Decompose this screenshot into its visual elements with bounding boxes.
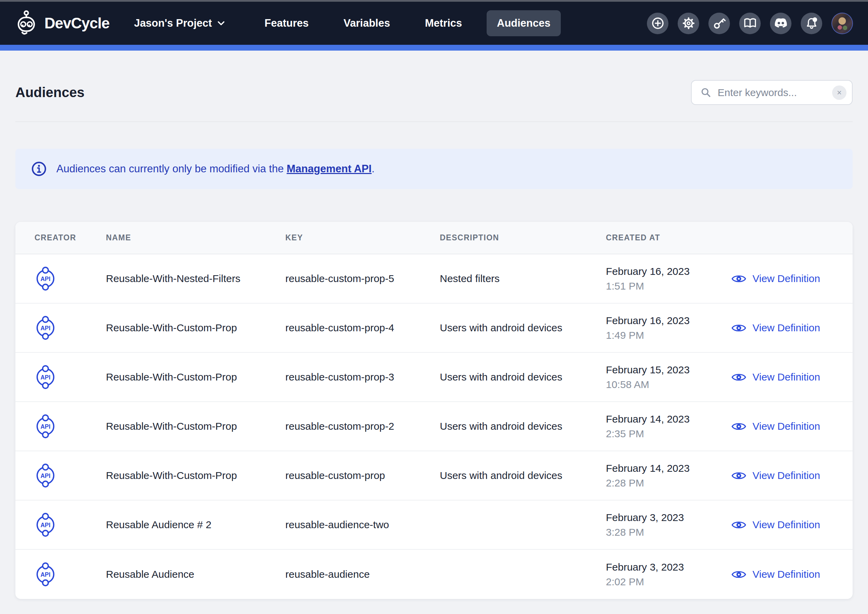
created-at-cell: February 14, 2023 2:35 PM [606, 413, 731, 440]
view-definition-link[interactable]: View Definition [731, 421, 852, 432]
audience-description: Users with android devices [440, 371, 606, 383]
creator-cell: API [16, 511, 106, 538]
audience-key: reusable-custom-prop-5 [285, 273, 440, 284]
svg-text:API: API [40, 325, 50, 332]
created-time: 2:28 PM [606, 477, 731, 489]
eye-icon [731, 322, 746, 334]
created-at-cell: February 3, 2023 2:02 PM [606, 561, 731, 588]
audience-name: Reusable-With-Custom-Prop [106, 470, 285, 481]
eye-icon [731, 519, 746, 531]
table-row: API Reusable-With-Custom-Prop reusable-c… [16, 402, 852, 451]
column-header-creator: Creator [16, 233, 106, 242]
table-row: API Reusable-With-Custom-Prop reusable-c… [16, 451, 852, 501]
gear-icon [682, 16, 696, 30]
view-definition-label: View Definition [752, 322, 820, 334]
close-icon: × [837, 88, 842, 98]
eye-icon [731, 273, 746, 284]
audience-key: reusable-custom-prop-2 [285, 421, 440, 432]
audience-key: reusable-audience [285, 569, 440, 580]
created-date: February 16, 2023 [606, 315, 731, 326]
created-time: 1:49 PM [606, 330, 731, 341]
navbar-actions [647, 12, 853, 34]
view-definition-label: View Definition [752, 519, 820, 531]
created-at-cell: February 16, 2023 1:51 PM [606, 266, 731, 292]
brand-logo[interactable]: DevCycle [15, 10, 109, 37]
created-time: 3:28 PM [606, 527, 731, 538]
created-time: 2:02 PM [606, 576, 731, 588]
audience-description: Nested filters [440, 273, 606, 284]
eye-icon [731, 569, 746, 580]
audience-description: Users with android devices [440, 421, 606, 432]
created-time: 10:58 AM [606, 379, 731, 390]
accent-strip [0, 45, 868, 51]
view-definition-link[interactable]: View Definition [731, 519, 852, 531]
view-definition-link[interactable]: View Definition [731, 273, 852, 284]
created-at-cell: February 16, 2023 1:49 PM [606, 315, 731, 341]
docs-button[interactable] [739, 12, 761, 34]
creator-cell: API [16, 413, 106, 440]
page-content: Audiences × Audiences can curren [0, 51, 868, 599]
api-keys-button[interactable] [708, 12, 730, 34]
actions-cell: View Definition [731, 273, 852, 284]
actions-cell: View Definition [731, 569, 852, 580]
view-definition-link[interactable]: View Definition [731, 322, 852, 334]
created-date: February 14, 2023 [606, 463, 731, 474]
key-icon [713, 16, 726, 30]
management-api-link[interactable]: Management API [287, 163, 372, 175]
created-at-cell: February 15, 2023 10:58 AM [606, 364, 731, 390]
info-banner: Audiences can currently only be modified… [16, 149, 852, 189]
nav-item-audiences[interactable]: Audiences [487, 10, 561, 36]
view-definition-label: View Definition [752, 421, 820, 432]
created-at-cell: February 14, 2023 2:28 PM [606, 463, 731, 489]
table-row: API Reusable-With-Custom-Prop reusable-c… [16, 353, 852, 402]
info-icon [31, 161, 47, 177]
settings-button[interactable] [678, 12, 699, 34]
banner-text: Audiences can currently only be modified… [56, 163, 375, 175]
audience-description: Users with android devices [440, 322, 606, 334]
svg-text:API: API [40, 522, 50, 529]
audience-name: Reusable-With-Custom-Prop [106, 421, 285, 432]
view-definition-label: View Definition [752, 273, 820, 284]
audience-description: Users with android devices [440, 470, 606, 481]
view-definition-label: View Definition [752, 569, 820, 580]
search-icon [701, 87, 711, 98]
actions-cell: View Definition [731, 371, 852, 383]
created-date: February 15, 2023 [606, 364, 731, 376]
audience-key: reusable-custom-prop [285, 470, 440, 481]
table-body: API Reusable-With-Nested-Filters reusabl… [16, 254, 852, 599]
view-definition-link[interactable]: View Definition [731, 470, 852, 481]
project-selector[interactable]: Jason's Project [134, 17, 225, 30]
brand-name: DevCycle [45, 15, 109, 32]
creator-cell: API [16, 314, 106, 341]
api-creator-icon: API [34, 511, 56, 538]
audiences-table: Creator Name Key Description Created At … [16, 222, 852, 599]
actions-cell: View Definition [731, 470, 852, 481]
svg-text:API: API [40, 374, 50, 381]
nav-item-features[interactable]: Features [254, 10, 319, 36]
column-header-key: Key [285, 233, 440, 242]
view-definition-link[interactable]: View Definition [731, 371, 852, 383]
view-definition-link[interactable]: View Definition [731, 569, 852, 580]
api-creator-icon: API [34, 462, 56, 489]
created-time: 2:35 PM [606, 428, 731, 440]
audience-key: reusable-custom-prop-3 [285, 371, 440, 383]
title-divider [16, 121, 852, 122]
avatar[interactable] [831, 12, 853, 34]
svg-text:API: API [40, 423, 50, 430]
notifications-button[interactable] [801, 12, 822, 34]
column-header-created-at: Created At [606, 233, 731, 242]
created-date: February 16, 2023 [606, 266, 731, 277]
discord-button[interactable] [770, 12, 792, 34]
discord-icon [774, 17, 788, 29]
nav-item-variables[interactable]: Variables [333, 10, 400, 36]
table-row: API Reusable-With-Custom-Prop reusable-c… [16, 303, 852, 353]
audience-name: Reusable-With-Custom-Prop [106, 322, 285, 334]
search-input[interactable] [718, 87, 826, 98]
api-creator-icon: API [34, 364, 56, 390]
create-button[interactable] [647, 12, 668, 34]
search-clear-button[interactable]: × [832, 85, 846, 100]
nav-item-metrics[interactable]: Metrics [414, 10, 472, 36]
creator-cell: API [16, 265, 106, 292]
creator-cell: API [16, 561, 106, 588]
audience-name: Reusable-With-Custom-Prop [106, 371, 285, 383]
